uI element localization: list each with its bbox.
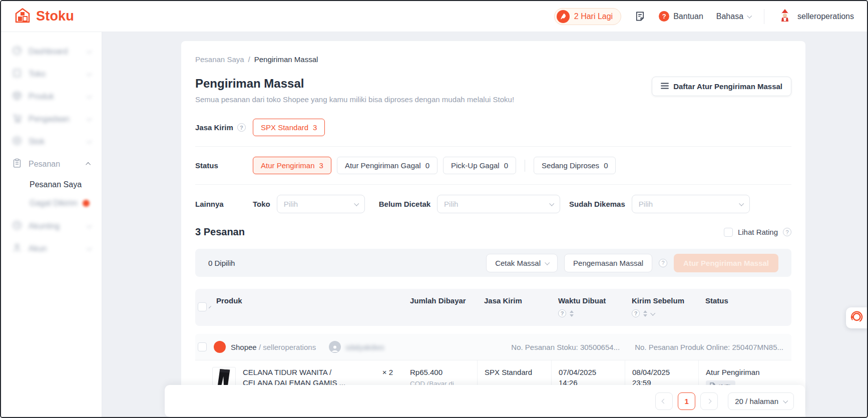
pengemasan-massal-button[interactable]: Pengemasan Massal [564, 254, 652, 272]
sudah-dikemas-select[interactable]: Pilih [632, 195, 750, 213]
column-header-waktu-dibuat: Waktu Dibuat ? [551, 296, 625, 317]
price: Rp65.400 [410, 368, 471, 376]
atur-pengiriman-massal-button[interactable]: Atur Pengiriman Massal [674, 254, 778, 272]
sidebar-item-produk[interactable]: Produk [1, 85, 102, 108]
lihat-rating-checkbox[interactable] [724, 228, 733, 237]
column-header-status: Status [698, 296, 791, 317]
chevron-down-icon [87, 139, 92, 144]
select-placeholder: Pilih [639, 200, 653, 208]
prev-page-button[interactable] [655, 392, 673, 410]
sort-icon[interactable] [643, 310, 647, 317]
chevron-down-icon [87, 49, 92, 54]
chevron-down-icon[interactable] [650, 310, 655, 315]
avatar [777, 8, 792, 25]
status-label: Status [195, 161, 218, 170]
help-icon[interactable]: ? [558, 309, 566, 317]
sidebar-item-label: Dashboard [29, 47, 68, 56]
table-header: Produk Jumlah Dibayar Jasa Kirim Waktu D… [195, 289, 791, 326]
chevron-down-icon [87, 71, 92, 76]
toko-select[interactable]: Pilih [277, 195, 365, 213]
divider [195, 146, 791, 147]
chevron-down-icon [739, 201, 744, 206]
chip-pickup-gagal[interactable]: Pick-Up Gagal 0 [443, 157, 516, 174]
chip-label: Pick-Up Gagal [451, 161, 500, 170]
status-filter-row: Status Atur Pengiriman 3 Atur Pengiriman… [195, 157, 791, 174]
box-icon [12, 91, 22, 103]
sidebar-item-label: Produk [29, 92, 54, 101]
chip-label: Atur Pengiriman Gagal [345, 161, 421, 170]
page-size-value: 20 / halaman [735, 397, 778, 405]
chip-label: Atur Pengiriman [261, 161, 315, 170]
belum-dicetak-select[interactable]: Pilih [437, 195, 560, 213]
chip-spx-standard[interactable]: SPX Standard 3 [253, 119, 325, 136]
sidebar-item-label: Akunting [29, 222, 60, 231]
help-icon[interactable]: ? [632, 309, 640, 317]
sidebar-item-pengadaan[interactable]: Pengadaan [1, 108, 102, 130]
breadcrumb-separator: / [248, 55, 250, 64]
next-page-button[interactable] [700, 392, 718, 410]
chip-atur-pengiriman[interactable]: Atur Pengiriman 3 [253, 157, 331, 174]
breadcrumb-parent[interactable]: Pesanan Saya [195, 55, 244, 64]
page-title: Pengiriman Massal [195, 77, 514, 91]
chevron-down-icon [549, 201, 554, 206]
help-icon[interactable]: ? [237, 123, 246, 132]
sort-icon[interactable] [570, 310, 574, 317]
buyer-avatar-icon [329, 341, 341, 353]
support-fab[interactable] [846, 307, 867, 328]
page-size-select[interactable]: 20 / halaman [728, 392, 794, 410]
top-bar: Stoku 2 Hari Lagi [1, 1, 867, 32]
select-all-checkbox[interactable] [198, 302, 207, 311]
column-header-kirim-sebelum: Kirim Sebelum ? [625, 296, 698, 317]
current-page-button[interactable]: 1 [678, 392, 695, 410]
sidebar-item-stok[interactable]: Stok [1, 130, 102, 153]
help-icon[interactable]: ? [659, 259, 667, 267]
chevron-down-icon [87, 246, 92, 251]
page-card: Pesanan Saya / Pengiriman Massal Pengiri… [181, 41, 805, 417]
sidebar-item-akun[interactable]: Akun [1, 237, 102, 260]
sidebar-item-gagal-dikirim[interactable]: Gagal Dikirim [1, 194, 102, 212]
order-number-stoku: No. Pesanan Stoku: 30500654... [511, 343, 620, 351]
chip-label: SPX Standard [261, 123, 308, 132]
notes-icon[interactable] [634, 11, 646, 22]
lainnya-label: Lainnya [195, 200, 224, 208]
notification-dot-badge [83, 200, 90, 207]
chip-atur-pengiriman-gagal[interactable]: Atur Pengiriman Gagal 0 [337, 157, 438, 174]
order-group-row: Shopee / selleroperations sdalyakdws No.… [195, 334, 791, 360]
user-menu[interactable]: selleroperations [777, 8, 854, 25]
main-content: Pesanan Saya / Pengiriman Massal Pengiri… [102, 32, 867, 417]
sidebar-item-toko[interactable]: Toko [1, 63, 102, 85]
sidebar-item-label: Akun [29, 244, 47, 253]
brand-logo[interactable]: Stoku [14, 7, 74, 26]
language-menu[interactable]: Bahasa [716, 12, 751, 21]
buyer-name: sdalyakdws [345, 343, 384, 351]
select-placeholder: Pilih [444, 200, 458, 208]
calculator-icon [12, 220, 22, 232]
column-header-produk: Produk [209, 296, 403, 317]
sidebar-item-pesanan[interactable]: Pesanan [1, 153, 102, 175]
list-icon [661, 82, 669, 91]
column-header-jumlah-dibayar: Jumlah Dibayar [403, 296, 477, 317]
created-date: 07/04/2025 [559, 368, 619, 376]
sidebar-item-label: Pengadaan [29, 115, 70, 124]
cart-icon [12, 113, 22, 125]
order-checkbox[interactable] [198, 342, 207, 351]
cetak-massal-button[interactable]: Cetak Massal [486, 254, 558, 272]
help-icon[interactable]: ? [783, 228, 791, 236]
chip-count: 3 [319, 161, 323, 170]
chevron-down-icon [87, 116, 92, 121]
rocket-icon [557, 10, 570, 23]
sidebar-subitem-label: Gagal Dikirim [30, 199, 78, 208]
sidebar-item-pesanan-saya[interactable]: Pesanan Saya [1, 175, 102, 194]
lainnya-filter-row: Lainnya Toko Pilih Belum Dicetak Pilih S… [195, 195, 791, 213]
chevron-down-icon [783, 398, 788, 403]
daftar-atur-pengiriman-button[interactable]: Daftar Atur Pengiriman Massal [652, 77, 791, 96]
sidebar-item-dashboard[interactable]: Dashboard [1, 40, 102, 63]
help-menu[interactable]: ? Bantuan [659, 11, 703, 22]
sidebar-item-label: Stok [29, 137, 45, 146]
trial-countdown-badge[interactable]: 2 Hari Lagi [554, 8, 621, 25]
chip-sedang-diproses[interactable]: Sedang Diproses 0 [534, 157, 616, 174]
clipboard-icon [12, 158, 22, 170]
brand-name: Stoku [36, 9, 74, 24]
chip-count: 3 [313, 123, 317, 132]
sidebar-item-akunting[interactable]: Akunting [1, 215, 102, 237]
